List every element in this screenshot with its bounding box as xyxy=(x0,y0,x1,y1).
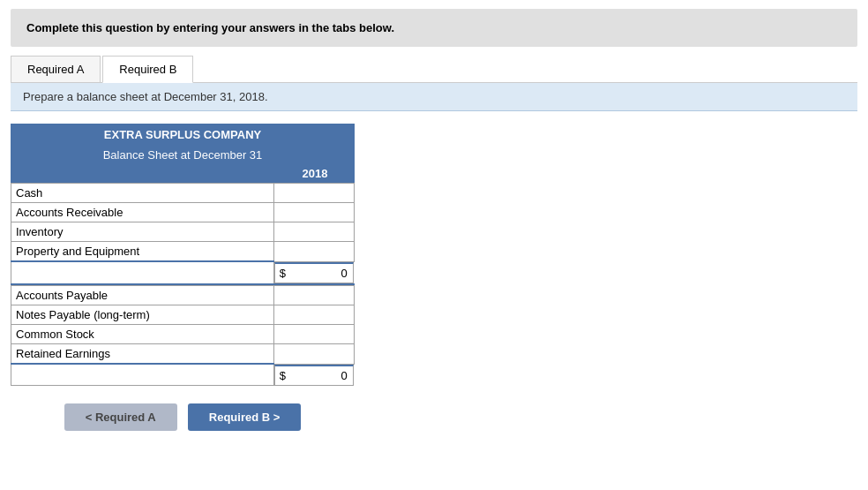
common-stock-input[interactable] xyxy=(279,328,348,341)
liabilities-dollar-sign: $ xyxy=(280,369,286,382)
next-button[interactable]: Required B > xyxy=(188,403,302,431)
cash-input[interactable] xyxy=(279,186,348,200)
prev-button[interactable]: < Required A xyxy=(64,403,177,431)
tab-required-b[interactable]: Required B xyxy=(102,56,193,83)
table-row: Property and Equipment xyxy=(11,242,355,262)
retained-earnings-input[interactable] xyxy=(279,347,348,360)
balance-sheet-title: Balance Sheet at December 31 xyxy=(11,146,355,164)
liabilities-total-row: $ 0 xyxy=(11,364,355,386)
company-name: EXTRA SURPLUS COMPANY xyxy=(11,124,355,146)
notes-payable-input[interactable] xyxy=(279,308,348,321)
assets-total-row: $ 0 xyxy=(11,261,355,284)
year-header-row: 2018 xyxy=(11,164,355,183)
cash-label: Cash xyxy=(11,184,274,203)
inventory-label: Inventory xyxy=(11,222,274,242)
balance-sheet-wrapper: EXTRA SURPLUS COMPANY Balance Sheet at D… xyxy=(11,124,355,386)
table-row: Notes Payable (long-term) xyxy=(11,305,355,325)
accounts-payable-label: Accounts Payable xyxy=(11,286,274,305)
notes-payable-label: Notes Payable (long-term) xyxy=(11,305,274,325)
table-row: Accounts Payable xyxy=(11,286,355,305)
tabs-container: Required A Required B xyxy=(11,56,857,83)
common-stock-label: Common Stock xyxy=(11,325,274,344)
liabilities-total-value: 0 xyxy=(289,369,348,382)
table-row: Common Stock xyxy=(11,325,355,344)
year-label: 2018 xyxy=(275,164,355,183)
sub-instruction: Prepare a balance sheet at December 31, … xyxy=(11,83,857,111)
accounts-receivable-label: Accounts Receivable xyxy=(11,203,274,222)
property-equipment-label: Property and Equipment xyxy=(11,242,274,262)
instruction-bar: Complete this question by entering your … xyxy=(11,9,857,47)
instruction-text: Complete this question by entering your … xyxy=(26,21,394,34)
table-row: Cash xyxy=(11,184,355,203)
retained-earnings-label: Retained Earnings xyxy=(11,344,274,365)
accounts-receivable-input[interactable] xyxy=(279,206,348,219)
inventory-input[interactable] xyxy=(279,225,348,238)
assets-total-value: 0 xyxy=(289,267,348,280)
nav-buttons: < Required A Required B > xyxy=(11,403,355,431)
assets-dollar-sign: $ xyxy=(280,267,286,280)
table-row: Inventory xyxy=(11,222,355,242)
property-equipment-input[interactable] xyxy=(279,245,348,258)
table-row: Retained Earnings xyxy=(11,344,355,365)
tab-required-a[interactable]: Required A xyxy=(11,56,101,82)
table-row: Accounts Receivable xyxy=(11,203,355,222)
accounts-payable-input[interactable] xyxy=(279,289,348,302)
balance-sheet-table: Cash Accounts Receivable Inventory Prope… xyxy=(11,183,355,386)
